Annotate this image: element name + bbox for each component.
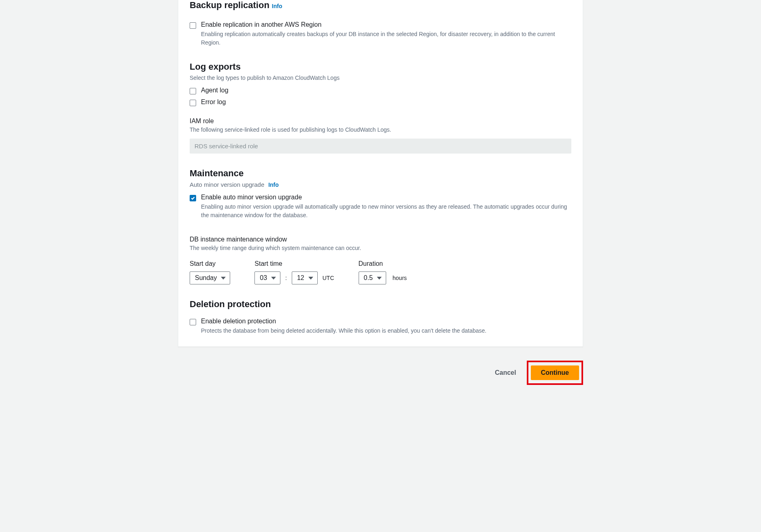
backup-replication-info-link[interactable]: Info bbox=[272, 3, 282, 9]
start-day-select[interactable]: Sunday bbox=[190, 271, 230, 284]
deletion-protection-desc: Protects the database from being deleted… bbox=[201, 327, 486, 335]
enable-replication-checkbox[interactable] bbox=[190, 22, 196, 29]
deletion-protection-title: Deletion protection bbox=[190, 299, 571, 310]
continue-button[interactable]: Continue bbox=[531, 365, 579, 380]
iam-role-label: IAM role bbox=[190, 118, 571, 125]
error-log-checkbox[interactable] bbox=[190, 100, 196, 106]
maintenance-window-desc: The weekly time range during which syste… bbox=[190, 245, 571, 251]
duration-label: Duration bbox=[359, 260, 407, 267]
start-time-label: Start time bbox=[254, 260, 334, 267]
maintenance-window-label: DB instance maintenance window bbox=[190, 236, 571, 243]
auto-minor-version-label: Auto minor version upgrade bbox=[190, 181, 264, 188]
maintenance-title: Maintenance bbox=[190, 168, 571, 179]
auto-minor-upgrade-desc: Enabling auto minor version upgrade will… bbox=[201, 203, 571, 220]
backup-replication-title: Backup replication bbox=[190, 0, 269, 11]
deletion-protection-label: Enable deletion protection bbox=[201, 318, 486, 325]
deletion-protection-section: Deletion protection Enable deletion prot… bbox=[190, 299, 571, 335]
start-time-hour-value: 03 bbox=[260, 274, 267, 282]
chevron-down-icon bbox=[221, 277, 226, 280]
backup-replication-section: Backup replication Info Enable replicati… bbox=[190, 0, 571, 47]
footer: Cancel Continue bbox=[178, 361, 583, 385]
auto-minor-upgrade-checkbox[interactable] bbox=[190, 195, 196, 201]
maintenance-section: Maintenance Auto minor version upgrade I… bbox=[190, 168, 571, 284]
duration-select[interactable]: 0.5 bbox=[359, 271, 386, 284]
log-exports-subtext: Select the log types to publish to Amazo… bbox=[190, 75, 571, 81]
duration-value: 0.5 bbox=[364, 274, 373, 282]
start-day-label: Start day bbox=[190, 260, 230, 267]
log-exports-title: Log exports bbox=[190, 62, 571, 72]
start-time-minute-value: 12 bbox=[297, 274, 304, 282]
time-separator: : bbox=[285, 275, 287, 281]
agent-log-checkbox[interactable] bbox=[190, 88, 196, 94]
chevron-down-icon bbox=[308, 277, 313, 280]
continue-highlight: Continue bbox=[527, 361, 583, 385]
iam-role-desc: The following service-linked role is use… bbox=[190, 126, 571, 133]
auto-minor-upgrade-label: Enable auto minor version upgrade bbox=[201, 194, 571, 201]
enable-replication-label: Enable replication in another AWS Region bbox=[201, 21, 571, 28]
enable-replication-desc: Enabling replication automatically creat… bbox=[201, 30, 571, 47]
maintenance-info-link[interactable]: Info bbox=[268, 182, 279, 188]
iam-role-value: RDS service-linked role bbox=[190, 139, 571, 154]
start-time-minute-select[interactable]: 12 bbox=[292, 271, 318, 284]
duration-unit: hours bbox=[393, 275, 407, 281]
chevron-down-icon bbox=[271, 277, 276, 280]
check-icon bbox=[190, 196, 195, 201]
tz-label: UTC bbox=[323, 275, 334, 281]
agent-log-label: Agent log bbox=[201, 87, 229, 94]
chevron-down-icon bbox=[377, 277, 382, 280]
log-exports-section: Log exports Select the log types to publ… bbox=[190, 62, 571, 154]
start-day-value: Sunday bbox=[195, 274, 217, 282]
start-time-hour-select[interactable]: 03 bbox=[254, 271, 280, 284]
error-log-label: Error log bbox=[201, 98, 226, 106]
cancel-button[interactable]: Cancel bbox=[492, 365, 519, 380]
deletion-protection-checkbox[interactable] bbox=[190, 319, 196, 325]
